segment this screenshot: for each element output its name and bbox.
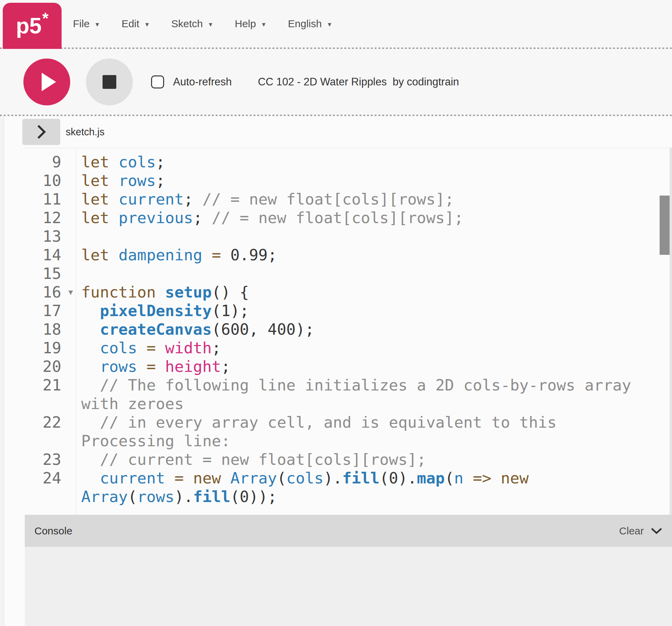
- gutter-cell: 12: [25, 209, 76, 227]
- console-clear-button[interactable]: Clear: [619, 525, 644, 537]
- code-text: let previous; // = new float[cols][rows]…: [76, 209, 654, 227]
- code-token: [81, 413, 100, 431]
- console-output: [25, 547, 672, 626]
- menu-help[interactable]: Help ▼: [235, 18, 267, 30]
- code-token: // = new float[cols][rows];: [202, 190, 454, 208]
- code-token: ).: [398, 469, 417, 487]
- sidebar-expand-button[interactable]: [22, 119, 60, 145]
- line-number: 10: [43, 171, 61, 190]
- menu-sketch[interactable]: Sketch ▼: [171, 18, 214, 30]
- code-token: [221, 469, 230, 487]
- line-number: 23: [43, 450, 61, 469]
- code-token: n: [454, 469, 463, 487]
- line-number: 15: [43, 264, 61, 283]
- console-label: Console: [34, 525, 72, 537]
- code-token: map: [417, 469, 445, 487]
- code-token: [109, 153, 118, 171]
- code-token: [81, 302, 100, 320]
- code-line[interactable]: 15: [25, 264, 672, 283]
- code-line[interactable]: 22 // in every array cell, and is equiva…: [25, 413, 672, 450]
- code-token: let: [81, 246, 109, 264]
- tab-sketch-js[interactable]: sketch.js: [66, 126, 105, 138]
- code-token: [156, 339, 165, 357]
- code-text: pixelDensity(1);: [76, 302, 654, 320]
- code-line[interactable]: 13: [25, 227, 672, 246]
- code-token: =: [147, 357, 156, 376]
- chevron-down-icon: ▼: [207, 20, 213, 28]
- code-token: 0.99: [231, 246, 268, 264]
- fold-arrow-icon[interactable]: ▼: [68, 289, 73, 296]
- play-icon: [42, 73, 56, 91]
- code-editor[interactable]: 9let cols;10let rows;11let current; // =…: [25, 148, 672, 515]
- code-token: // in every array cell, and is equivalen…: [81, 413, 566, 450]
- gutter-cell: 20: [25, 357, 76, 376]
- stop-button[interactable]: [86, 59, 133, 105]
- code-text: let current; // = new float[cols][rows];: [76, 190, 654, 209]
- code-token: [202, 246, 212, 264]
- code-token: rows: [137, 488, 174, 506]
- p5-logo[interactable]: p5*: [3, 3, 62, 49]
- code-token: pixelDensity: [100, 302, 212, 320]
- code-line[interactable]: 23 // current = new float[cols][rows];: [25, 450, 672, 469]
- gutter-cell: 10: [25, 171, 76, 190]
- sketch-toolbar: Auto-refresh CC 102 - 2D Water Ripples b…: [0, 49, 672, 115]
- gutter-cell: 16▼: [25, 283, 76, 302]
- code-token: [109, 190, 118, 208]
- line-number: 18: [43, 320, 61, 338]
- code-line[interactable]: 14let dampening = 0.99;: [25, 246, 672, 264]
- code-token: [137, 339, 147, 357]
- code-token: dampening: [118, 246, 202, 264]
- line-number: 17: [43, 302, 61, 320]
- code-line[interactable]: 21 // The following line initializes a 2…: [25, 376, 672, 413]
- code-line[interactable]: 11let current; // = new float[cols][rows…: [25, 190, 672, 209]
- code-token: let: [81, 209, 109, 227]
- gutter-cell: 13: [25, 227, 76, 246]
- code-token: 400: [268, 320, 296, 338]
- code-token: ;: [193, 209, 212, 227]
- line-number: 20: [43, 357, 61, 376]
- menu-edit-label: Edit: [121, 18, 139, 30]
- code-token: ;: [156, 171, 165, 190]
- menu-file[interactable]: File ▼: [73, 18, 100, 30]
- code-line[interactable]: 12let previous; // = new float[cols][row…: [25, 209, 672, 227]
- code-line[interactable]: 16▼function setup() {: [25, 283, 672, 302]
- code-line[interactable]: 17 pixelDensity(1);: [25, 302, 672, 320]
- code-token: [109, 209, 118, 227]
- code-token: fill: [342, 469, 380, 487]
- line-number: 22: [43, 413, 61, 431]
- chevron-down-icon: ▼: [94, 20, 100, 28]
- code-token: cols: [100, 339, 137, 357]
- code-line[interactable]: 9let cols;: [25, 153, 672, 171]
- gutter-cell: 17: [25, 302, 76, 320]
- code-line[interactable]: 18 createCanvas(600, 400);: [25, 320, 672, 339]
- line-number: 24: [43, 469, 61, 487]
- code-token: =: [174, 469, 184, 487]
- code-line[interactable]: 20 rows = height;: [25, 357, 672, 376]
- play-button[interactable]: [23, 59, 70, 105]
- code-token: ;: [212, 339, 221, 357]
- chevron-down-icon: ▼: [327, 20, 332, 28]
- line-number: 16: [43, 283, 61, 301]
- code-token: (: [380, 469, 389, 487]
- code-line[interactable]: 19 cols = width;: [25, 339, 672, 357]
- owner-link[interactable]: by codingtrain: [393, 76, 459, 88]
- code-token: ;: [268, 246, 277, 264]
- console-collapse-button[interactable]: [651, 528, 662, 534]
- code-token: setup: [165, 283, 212, 301]
- menu-edit[interactable]: Edit ▼: [121, 18, 150, 30]
- scrollbar-thumb[interactable]: [660, 196, 670, 255]
- code-token: new: [193, 469, 221, 487]
- code-line[interactable]: 10let rows;: [25, 171, 672, 190]
- menu-language[interactable]: English ▼: [288, 18, 332, 30]
- line-number: 13: [43, 227, 61, 246]
- auto-refresh-checkbox[interactable]: [151, 75, 164, 88]
- gutter-cell: 19: [25, 339, 76, 357]
- code-token: [463, 469, 473, 487]
- code-line[interactable]: 24 current = new Array(cols).fill(0).map…: [25, 469, 672, 506]
- menu-help-label: Help: [235, 18, 256, 30]
- code-text: function setup() {: [76, 283, 654, 302]
- code-token: [81, 357, 100, 376]
- code-token: =: [147, 339, 156, 357]
- gutter-cell: 9: [25, 153, 76, 171]
- code-token: // The following line initializes a 2D c…: [81, 376, 641, 413]
